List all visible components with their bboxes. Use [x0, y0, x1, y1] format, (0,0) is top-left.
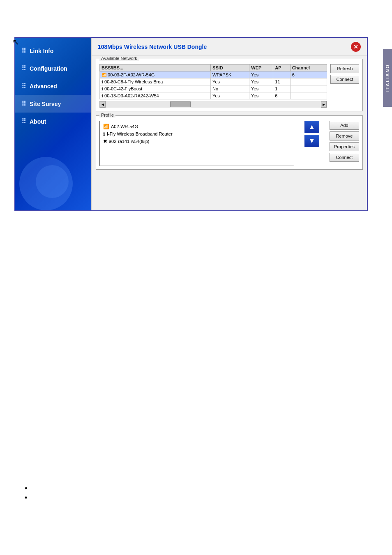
profile-item-icon: 📶 — [103, 124, 109, 129]
network-table-wrapper: BSS/IBS... SSID WEP AP Channel 📶 00-03-2… — [99, 64, 327, 108]
profile-list-item[interactable]: 📶A02-WR-54G — [101, 123, 292, 130]
horizontal-scrollbar[interactable]: ◀ ▶ — [99, 101, 327, 108]
sidebar-item-advanced[interactable]: ⠿ Advanced — [15, 77, 91, 95]
profile-connect-button[interactable]: Connect — [330, 153, 359, 162]
move-down-button[interactable]: ▼ — [304, 135, 319, 147]
col-ap: AP — [273, 64, 290, 71]
network-action-buttons: Refresh Connect — [330, 64, 359, 108]
scroll-track[interactable] — [106, 101, 321, 108]
decorative-circle-small — [36, 165, 69, 198]
bullet-section: ♦ ♦ — [25, 485, 28, 504]
col-bss: BSS/IBS... — [100, 64, 211, 71]
cell-bss: 📶 00-03-2F-A02-WR-54G — [100, 71, 211, 78]
cell-wep: Yes — [249, 92, 273, 99]
refresh-button[interactable]: Refresh — [330, 64, 359, 73]
available-network-section: Available Network BSS/IBS... SSID WEP AP… — [96, 59, 363, 111]
available-network-inner: BSS/IBS... SSID WEP AP Channel 📶 00-03-2… — [96, 59, 362, 111]
table-row[interactable]: 📶 00-03-2F-A02-WR-54G WPAPSK Yes 6 — [100, 71, 327, 78]
sidebar-item-about-label: About — [30, 118, 46, 125]
add-button[interactable]: Add — [330, 121, 359, 130]
sidebar-item-about[interactable]: ⠿ About — [15, 113, 91, 130]
bullet-1: ♦ — [25, 485, 28, 491]
profile-item-icon: ℹ — [103, 131, 105, 137]
sidebar-item-link-info-label: Link Info — [30, 48, 53, 54]
table-row[interactable]: ℹ 00-13-D3-A02-RA242-W54 Yes Yes 6 — [100, 92, 327, 99]
cell-bss: ℹ 00-0C-42-FlyBoost — [100, 85, 211, 92]
col-channel: Channel — [290, 64, 327, 71]
profile-item-label: A02-WR-54G — [111, 124, 138, 129]
app-title: 108Mbps Wireless Network USB Dongle — [98, 44, 207, 50]
cell-channel: 6 — [290, 71, 327, 78]
table-header-row: BSS/IBS... SSID WEP AP Channel — [100, 64, 327, 71]
cell-wep: Yes — [249, 85, 273, 92]
sidebar-item-configuration[interactable]: ⠿ Configuration — [15, 60, 91, 77]
side-tab-label: ITALIANO — [385, 64, 390, 92]
profile-label: Profile — [99, 113, 115, 117]
row-icon: ℹ — [101, 94, 103, 98]
content-header: 108Mbps Wireless Network USB Dongle ✕ — [92, 38, 367, 55]
available-network-label: Available Network — [99, 56, 139, 61]
profile-action-buttons: Add Remove Properties Connect — [330, 121, 359, 166]
site-survey-icon: ⠿ — [21, 100, 26, 108]
about-icon: ⠿ — [21, 117, 26, 125]
remove-button[interactable]: Remove — [330, 131, 359, 140]
profile-list-item[interactable]: ✖a02-ra141-w54(tkip) — [101, 138, 292, 145]
content-area: 108Mbps Wireless Network USB Dongle ✕ Av… — [91, 38, 367, 210]
col-wep: WEP — [249, 64, 273, 71]
cell-channel — [290, 85, 327, 92]
cell-ssid: Yes — [211, 92, 249, 99]
cell-ap: 6 — [273, 92, 290, 99]
profile-list-item[interactable]: ℹI-Fly Wireless Broadband Router — [101, 130, 292, 138]
profile-inner: 📶A02-WR-54GℹI-Fly Wireless Broadband Rou… — [96, 116, 362, 169]
network-connect-button[interactable]: Connect — [330, 75, 359, 84]
scroll-left-button[interactable]: ◀ — [100, 101, 106, 108]
cell-ap: 11 — [273, 78, 290, 85]
profile-move-buttons: ▲ ▼ — [297, 121, 326, 166]
profile-list[interactable]: 📶A02-WR-54GℹI-Fly Wireless Broadband Rou… — [99, 121, 294, 166]
content-body: Available Network BSS/IBS... SSID WEP AP… — [92, 55, 367, 177]
italiano-tab[interactable]: ITALIANO — [383, 49, 392, 107]
bullet-2: ♦ — [25, 494, 28, 500]
cursor-icon: ↖ — [12, 37, 19, 47]
cell-ap — [273, 71, 290, 78]
sidebar-item-advanced-label: Advanced — [30, 83, 57, 90]
cell-channel — [290, 92, 327, 99]
scroll-thumb[interactable] — [170, 101, 191, 107]
close-button[interactable]: ✕ — [351, 42, 361, 52]
cell-wep: Yes — [249, 78, 273, 85]
table-row[interactable]: ℹ 00-80-C8-I-Fly Wireless Broa Yes Yes 1… — [100, 78, 327, 85]
profile-item-label: a02-ra141-w54(tkip) — [109, 139, 149, 144]
profile-section: Profile 📶A02-WR-54GℹI-Fly Wireless Broad… — [96, 115, 363, 170]
sidebar-item-site-survey[interactable]: ⠿ Site Survey — [15, 95, 91, 113]
col-ssid: SSID — [211, 64, 249, 71]
cell-ssid: No — [211, 85, 249, 92]
row-icon: 📶 — [101, 73, 106, 77]
cell-ssid: Yes — [211, 78, 249, 85]
cell-bss: ℹ 00-80-C8-I-Fly Wireless Broa — [100, 78, 211, 85]
profile-item-label: I-Fly Wireless Broadband Router — [107, 131, 173, 136]
profile-item-icon: ✖ — [103, 138, 107, 144]
sidebar-item-configuration-label: Configuration — [30, 65, 67, 72]
table-row[interactable]: ℹ 00-0C-42-FlyBoost No Yes 1 — [100, 85, 327, 92]
cell-wep: Yes — [249, 71, 273, 78]
cell-bss: ℹ 00-13-D3-A02-RA242-W54 — [100, 92, 211, 99]
cell-ap: 1 — [273, 85, 290, 92]
cell-ssid: WPAPSK — [211, 71, 249, 78]
configuration-icon: ⠿ — [21, 64, 26, 72]
advanced-icon: ⠿ — [21, 82, 26, 90]
sidebar: ⠿ Link Info ⠿ Configuration ⠿ Advanced ⠿… — [15, 38, 91, 210]
link-info-icon: ⠿ — [21, 47, 26, 55]
scroll-right-button[interactable]: ▶ — [321, 101, 327, 108]
row-icon: ℹ — [101, 80, 103, 84]
main-window: ⠿ Link Info ⠿ Configuration ⠿ Advanced ⠿… — [14, 37, 368, 211]
move-up-button[interactable]: ▲ — [304, 121, 319, 133]
sidebar-item-link-info[interactable]: ⠿ Link Info — [15, 42, 91, 60]
properties-button[interactable]: Properties — [330, 142, 359, 151]
sidebar-item-site-survey-label: Site Survey — [30, 101, 61, 107]
row-icon: ℹ — [101, 87, 103, 91]
network-table: BSS/IBS... SSID WEP AP Channel 📶 00-03-2… — [99, 64, 327, 99]
cell-channel — [290, 78, 327, 85]
